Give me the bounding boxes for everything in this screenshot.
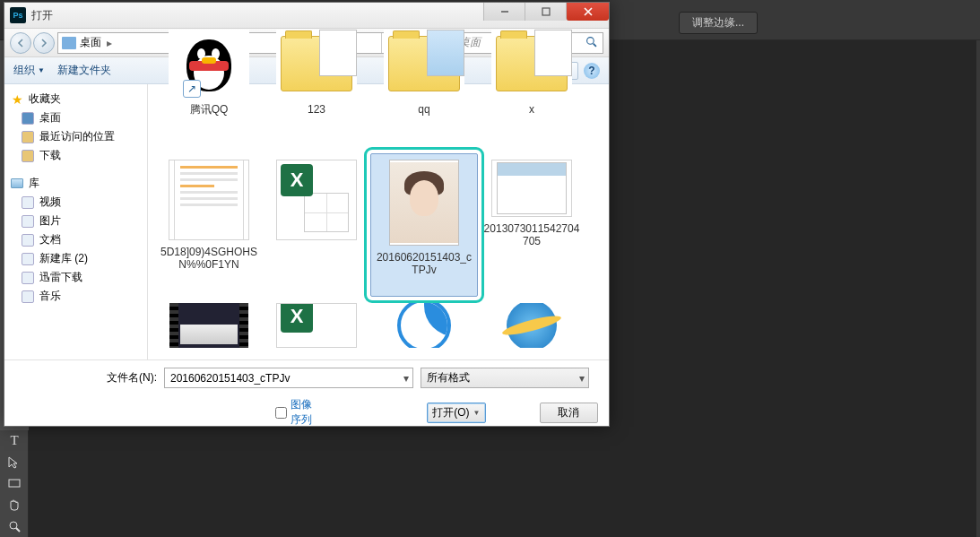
file-label: x [529, 103, 534, 116]
sidebar-item-music[interactable]: 音乐 [4, 287, 147, 306]
sidebar-item-downloads[interactable]: 下载 [4, 146, 147, 165]
ps-right-panel [976, 40, 980, 537]
folder-icon [388, 36, 460, 91]
new-folder-button[interactable]: 新建文件夹 [57, 63, 111, 78]
adjust-edge-button[interactable]: 调整边缘... [679, 12, 758, 34]
file-item-folder-x[interactable]: x [478, 23, 585, 153]
music-icon [22, 290, 34, 303]
cancel-button[interactable]: 取消 [540, 403, 598, 423]
ie-icon [507, 303, 557, 348]
document-icon [22, 234, 34, 247]
ps-icon: Ps [10, 7, 26, 23]
file-item-browser[interactable] [370, 297, 478, 359]
video-thumbnail [169, 303, 248, 348]
desktop-icon [62, 37, 76, 49]
file-label: 5D18]09)4SGHOHSN%%0F1YN [160, 246, 258, 271]
recent-icon [22, 131, 34, 143]
svg-rect-0 [9, 480, 20, 487]
sogou-browser-icon [397, 303, 451, 348]
file-item-qq[interactable]: ↗ 腾讯QQ [155, 23, 263, 153]
sidebar-favorites[interactable]: ★收藏夹 [4, 90, 147, 108]
star-icon: ★ [10, 92, 24, 107]
sidebar-libraries[interactable]: 库 [4, 174, 147, 193]
downloads-icon [22, 150, 34, 162]
hand-tool[interactable] [0, 494, 29, 515]
open-file-dialog: Ps 打开 桌面 ▸ ▾ 搜索 桌面 组织 ▼ 新建文件夹 ▼ [4, 2, 610, 427]
file-type-filter[interactable]: 所有格式▾ [421, 368, 589, 388]
file-label: 腾讯QQ [190, 103, 229, 116]
sidebar-item-videos[interactable]: 视频 [4, 193, 147, 212]
library-icon [11, 178, 23, 188]
sidebar-tree: ★收藏夹 桌面 最近访问的位置 下载 库 视频 图片 文档 新建库 (2) 迅雷… [4, 84, 148, 359]
zoom-tool[interactable] [0, 515, 29, 537]
close-button[interactable] [566, 3, 609, 21]
window-thumbnail [497, 162, 567, 214]
video-icon [22, 196, 34, 209]
file-item-folder-123[interactable]: 123 [263, 23, 370, 153]
filename-input[interactable]: 20160620151403_cTPJv▾ [164, 368, 413, 388]
download-icon [22, 272, 34, 284]
svg-rect-4 [542, 8, 550, 15]
breadcrumb-location: 桌面 [80, 35, 101, 50]
dialog-title: 打开 [31, 8, 53, 23]
path-select-tool[interactable] [0, 452, 29, 473]
open-button[interactable]: 打开(O)▼ [427, 403, 485, 423]
image-sequence-checkbox[interactable] [275, 407, 287, 419]
nav-forward-button[interactable] [33, 32, 55, 54]
file-label: 20160620151403_cTPJv [375, 251, 473, 276]
library-icon [22, 253, 34, 265]
picture-icon [22, 215, 34, 228]
file-label: 2013073011542704705 [482, 222, 581, 247]
folder-icon [496, 36, 568, 91]
file-list[interactable]: ↗ 腾讯QQ 123 qq x 5D18]09)4SGHOHSN%%0F1YN [148, 20, 609, 359]
file-item-video[interactable] [155, 297, 263, 359]
excel-icon: X [281, 164, 313, 196]
sidebar-item-pictures[interactable]: 图片 [4, 212, 147, 230]
file-item-ie[interactable] [478, 297, 585, 359]
file-label: qq [418, 103, 429, 116]
minimize-button[interactable] [483, 3, 525, 21]
organize-menu[interactable]: 组织 ▼ [13, 63, 45, 78]
breadcrumb-arrow-icon[interactable]: ▸ [105, 37, 114, 49]
filename-label: 文件名(N): [15, 370, 157, 385]
qq-penguin-icon: ↗ [178, 30, 240, 98]
file-item-excel2[interactable]: X [263, 297, 370, 359]
file-item-textdoc[interactable]: 5D18]09)4SGHOHSN%%0F1YN [155, 153, 263, 297]
nav-back-button[interactable] [10, 32, 31, 54]
file-item-appwin[interactable]: 2013073011542704705 [478, 153, 585, 297]
svg-line-2 [16, 528, 20, 532]
sidebar-item-recent[interactable]: 最近访问的位置 [4, 127, 147, 146]
dialog-footer: 文件名(N): 20160620151403_cTPJv▾ 所有格式▾ 图像序列… [4, 359, 609, 428]
rectangle-tool[interactable] [0, 473, 29, 495]
spreadsheet-icon [304, 193, 349, 232]
svg-point-1 [10, 522, 17, 529]
text-page-icon [174, 160, 244, 240]
folder-icon [281, 36, 352, 91]
image-sequence-label: 图像序列 [291, 397, 319, 428]
sidebar-item-documents[interactable]: 文档 [4, 230, 147, 249]
file-item-photo-selected[interactable]: 20160620151403_cTPJv [370, 153, 478, 297]
desktop-icon [22, 112, 34, 125]
file-item-folder-qq[interactable]: qq [370, 23, 478, 153]
sidebar-item-xunlei[interactable]: 迅雷下载 [4, 268, 147, 287]
type-tool[interactable]: T [0, 430, 29, 452]
file-item-excel1[interactable]: X [263, 153, 370, 297]
sidebar-item-desktop[interactable]: 桌面 [4, 108, 147, 127]
sidebar-item-newlib[interactable]: 新建库 (2) [4, 249, 147, 268]
file-label: 123 [308, 103, 325, 116]
maximize-button[interactable] [525, 3, 566, 21]
photo-thumbnail [390, 162, 458, 243]
excel-icon: X [281, 303, 313, 333]
ps-toolbar: T [0, 430, 29, 537]
